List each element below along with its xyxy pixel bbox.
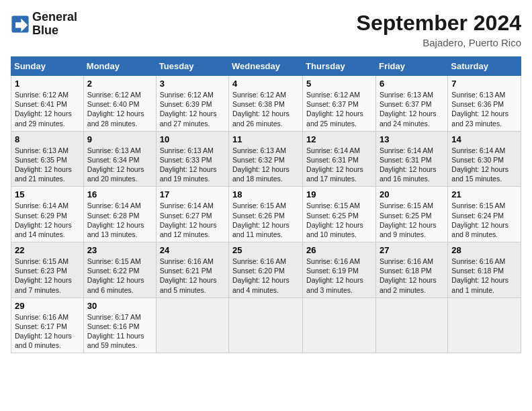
- day-number: 19: [306, 189, 372, 199]
- day-number: 11: [232, 134, 299, 144]
- day-header-saturday: Saturday: [448, 57, 521, 76]
- calendar-cell: [303, 298, 376, 353]
- week-row-2: 8 Sunrise: 6:13 AMSunset: 6:35 PMDayligh…: [11, 131, 521, 187]
- cell-info: Sunrise: 6:12 AMSunset: 6:41 PMDaylight:…: [15, 91, 72, 128]
- day-number: 8: [15, 134, 80, 144]
- calendar-cell: 1 Sunrise: 6:12 AMSunset: 6:41 PMDayligh…: [11, 76, 84, 132]
- cell-info: Sunrise: 6:14 AMSunset: 6:30 PMDaylight:…: [451, 146, 508, 183]
- cell-info: Sunrise: 6:16 AMSunset: 6:19 PMDaylight:…: [306, 257, 363, 294]
- cell-info: Sunrise: 6:15 AMSunset: 6:24 PMDaylight:…: [451, 201, 508, 238]
- cell-info: Sunrise: 6:16 AMSunset: 6:20 PMDaylight:…: [232, 257, 290, 294]
- cell-info: Sunrise: 6:16 AMSunset: 6:18 PMDaylight:…: [380, 257, 437, 294]
- calendar-cell: 5 Sunrise: 6:12 AMSunset: 6:37 PMDayligh…: [303, 76, 376, 132]
- cell-info: Sunrise: 6:13 AMSunset: 6:34 PMDaylight:…: [87, 146, 144, 183]
- day-number: 28: [451, 245, 517, 255]
- day-header-monday: Monday: [83, 57, 156, 76]
- week-row-5: 29 Sunrise: 6:16 AMSunset: 6:17 PMDaylig…: [11, 298, 521, 353]
- calendar-cell: 27 Sunrise: 6:16 AMSunset: 6:18 PMDaylig…: [375, 242, 447, 298]
- calendar-cell: 6 Sunrise: 6:13 AMSunset: 6:37 PMDayligh…: [375, 76, 447, 132]
- day-number: 18: [232, 189, 299, 199]
- calendar-cell: 10 Sunrise: 6:13 AMSunset: 6:33 PMDaylig…: [156, 131, 228, 187]
- cell-info: Sunrise: 6:15 AMSunset: 6:25 PMDaylight:…: [380, 201, 437, 238]
- day-number: 17: [160, 189, 225, 199]
- week-row-3: 15 Sunrise: 6:14 AMSunset: 6:29 PMDaylig…: [11, 187, 521, 242]
- cell-info: Sunrise: 6:12 AMSunset: 6:40 PMDaylight:…: [87, 91, 144, 128]
- cell-info: Sunrise: 6:13 AMSunset: 6:33 PMDaylight:…: [160, 146, 217, 183]
- calendar-cell: 23 Sunrise: 6:15 AMSunset: 6:22 PMDaylig…: [83, 242, 156, 298]
- calendar-cell: 9 Sunrise: 6:13 AMSunset: 6:34 PMDayligh…: [83, 131, 156, 187]
- calendar-cell: [156, 298, 228, 353]
- calendar-cell: 7 Sunrise: 6:13 AMSunset: 6:36 PMDayligh…: [448, 76, 521, 132]
- calendar-cell: 28 Sunrise: 6:16 AMSunset: 6:18 PMDaylig…: [448, 242, 521, 298]
- calendar-cell: 17 Sunrise: 6:14 AMSunset: 6:27 PMDaylig…: [156, 187, 228, 242]
- cell-info: Sunrise: 6:15 AMSunset: 6:25 PMDaylight:…: [306, 201, 363, 238]
- cell-info: Sunrise: 6:17 AMSunset: 6:16 PMDaylight:…: [87, 313, 144, 350]
- header: General Blue September 2024 Bajadero, Pu…: [11, 11, 521, 48]
- cell-info: Sunrise: 6:12 AMSunset: 6:39 PMDaylight:…: [160, 91, 217, 128]
- calendar-cell: 16 Sunrise: 6:14 AMSunset: 6:28 PMDaylig…: [83, 187, 156, 242]
- day-number: 1: [15, 79, 80, 89]
- calendar-cell: 14 Sunrise: 6:14 AMSunset: 6:30 PMDaylig…: [448, 131, 521, 187]
- calendar-cell: 15 Sunrise: 6:14 AMSunset: 6:29 PMDaylig…: [11, 187, 84, 242]
- day-number: 16: [87, 189, 152, 199]
- calendar-cell: 25 Sunrise: 6:16 AMSunset: 6:20 PMDaylig…: [229, 242, 303, 298]
- calendar-cell: 20 Sunrise: 6:15 AMSunset: 6:25 PMDaylig…: [375, 187, 447, 242]
- logo-icon: [11, 15, 30, 34]
- cell-info: Sunrise: 6:15 AMSunset: 6:23 PMDaylight:…: [15, 257, 72, 294]
- cell-info: Sunrise: 6:13 AMSunset: 6:32 PMDaylight:…: [232, 146, 290, 183]
- day-header-wednesday: Wednesday: [229, 57, 303, 76]
- day-number: 12: [306, 134, 372, 144]
- day-header-sunday: Sunday: [11, 57, 84, 76]
- day-number: 6: [380, 79, 444, 89]
- cell-info: Sunrise: 6:16 AMSunset: 6:17 PMDaylight:…: [15, 313, 72, 350]
- week-row-1: 1 Sunrise: 6:12 AMSunset: 6:41 PMDayligh…: [11, 76, 521, 132]
- calendar-cell: 2 Sunrise: 6:12 AMSunset: 6:40 PMDayligh…: [83, 76, 156, 132]
- day-header-friday: Friday: [375, 57, 447, 76]
- day-number: 21: [451, 189, 517, 199]
- title-area: September 2024 Bajadero, Puerto Rico: [357, 11, 521, 48]
- logo-text: General Blue: [32, 11, 77, 38]
- cell-info: Sunrise: 6:14 AMSunset: 6:29 PMDaylight:…: [15, 201, 72, 238]
- day-number: 2: [87, 79, 152, 89]
- day-number: 22: [15, 245, 80, 255]
- calendar-cell: 3 Sunrise: 6:12 AMSunset: 6:39 PMDayligh…: [156, 76, 228, 132]
- calendar-cell: 18 Sunrise: 6:15 AMSunset: 6:26 PMDaylig…: [229, 187, 303, 242]
- day-number: 14: [451, 134, 517, 144]
- day-number: 23: [87, 245, 152, 255]
- calendar-cell: 11 Sunrise: 6:13 AMSunset: 6:32 PMDaylig…: [229, 131, 303, 187]
- day-header-tuesday: Tuesday: [156, 57, 228, 76]
- cell-info: Sunrise: 6:14 AMSunset: 6:31 PMDaylight:…: [380, 146, 437, 183]
- cell-info: Sunrise: 6:15 AMSunset: 6:26 PMDaylight:…: [232, 201, 290, 238]
- day-number: 4: [232, 79, 299, 89]
- logo: General Blue: [11, 11, 77, 38]
- calendar-cell: 4 Sunrise: 6:12 AMSunset: 6:38 PMDayligh…: [229, 76, 303, 132]
- calendar-cell: [375, 298, 447, 353]
- day-number: 25: [232, 245, 299, 255]
- calendar-cell: 19 Sunrise: 6:15 AMSunset: 6:25 PMDaylig…: [303, 187, 376, 242]
- cell-info: Sunrise: 6:14 AMSunset: 6:28 PMDaylight:…: [87, 201, 144, 238]
- cell-info: Sunrise: 6:12 AMSunset: 6:38 PMDaylight:…: [232, 91, 290, 128]
- day-header-thursday: Thursday: [303, 57, 376, 76]
- day-number: 29: [15, 301, 80, 311]
- cell-info: Sunrise: 6:13 AMSunset: 6:35 PMDaylight:…: [15, 146, 72, 183]
- cell-info: Sunrise: 6:16 AMSunset: 6:18 PMDaylight:…: [451, 257, 508, 294]
- day-number: 10: [160, 134, 225, 144]
- cell-info: Sunrise: 6:13 AMSunset: 6:37 PMDaylight:…: [380, 91, 437, 128]
- day-number: 20: [380, 189, 444, 199]
- day-number: 26: [306, 245, 372, 255]
- cell-info: Sunrise: 6:12 AMSunset: 6:37 PMDaylight:…: [306, 91, 363, 128]
- day-number: 13: [380, 134, 444, 144]
- cell-info: Sunrise: 6:14 AMSunset: 6:27 PMDaylight:…: [160, 201, 217, 238]
- cell-info: Sunrise: 6:13 AMSunset: 6:36 PMDaylight:…: [451, 91, 508, 128]
- calendar-cell: 22 Sunrise: 6:15 AMSunset: 6:23 PMDaylig…: [11, 242, 84, 298]
- day-number: 30: [87, 301, 152, 311]
- calendar-cell: 21 Sunrise: 6:15 AMSunset: 6:24 PMDaylig…: [448, 187, 521, 242]
- location-title: Bajadero, Puerto Rico: [357, 37, 521, 48]
- calendar-cell: [229, 298, 303, 353]
- calendar-cell: 30 Sunrise: 6:17 AMSunset: 6:16 PMDaylig…: [83, 298, 156, 353]
- month-title: September 2024: [357, 11, 521, 36]
- cell-info: Sunrise: 6:16 AMSunset: 6:21 PMDaylight:…: [160, 257, 217, 294]
- calendar-table: SundayMondayTuesdayWednesdayThursdayFrid…: [11, 56, 521, 353]
- calendar-cell: 12 Sunrise: 6:14 AMSunset: 6:31 PMDaylig…: [303, 131, 376, 187]
- cell-info: Sunrise: 6:15 AMSunset: 6:22 PMDaylight:…: [87, 257, 144, 294]
